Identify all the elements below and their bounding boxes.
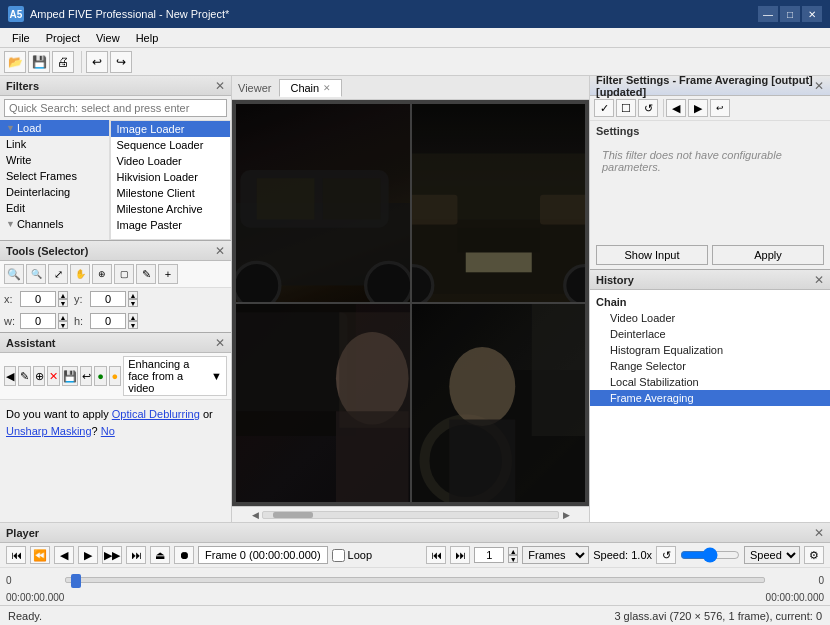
assistant-add-btn[interactable]: ⊕: [33, 366, 45, 386]
filter-cat-write[interactable]: Write: [0, 152, 109, 168]
player-eject[interactable]: ⏏: [150, 546, 170, 564]
filter-cat-deinterlacing[interactable]: Deinterlacing: [0, 184, 109, 200]
menu-view[interactable]: View: [88, 30, 128, 46]
toolbar-print[interactable]: 🖨: [52, 51, 74, 73]
viewer-tab-chain[interactable]: Chain ✕: [279, 79, 342, 97]
assistant-delete-btn[interactable]: ✕: [47, 366, 59, 386]
filter-item-video-loader[interactable]: Video Loader: [111, 153, 230, 169]
player-first-frame[interactable]: ⏮: [6, 546, 26, 564]
player-settings[interactable]: ⚙: [804, 546, 824, 564]
tool-pan[interactable]: ✋: [70, 264, 90, 284]
assistant-ok-btn[interactable]: ●: [94, 366, 106, 386]
scroll-thumb[interactable]: [273, 512, 313, 518]
fs-btn-next[interactable]: ▶: [688, 99, 708, 117]
coord-x-down[interactable]: ▼: [58, 299, 68, 307]
frames-spin-down[interactable]: ▼: [508, 555, 518, 563]
tool-zoom-in[interactable]: 🔍: [4, 264, 24, 284]
assistant-warn-btn[interactable]: ●: [109, 366, 121, 386]
toolbar-undo[interactable]: ↩: [86, 51, 108, 73]
filters-close-button[interactable]: ✕: [215, 79, 225, 93]
coord-y-up[interactable]: ▲: [128, 291, 138, 299]
timeline-playhead[interactable]: [71, 574, 81, 588]
coord-w-input[interactable]: [20, 313, 56, 329]
coord-x-input[interactable]: [20, 291, 56, 307]
filters-search-input[interactable]: [4, 99, 227, 117]
player-refresh[interactable]: ↺: [656, 546, 676, 564]
player-next-nav[interactable]: ⏭: [450, 546, 470, 564]
fs-btn-refresh[interactable]: ↺: [638, 99, 658, 117]
menu-help[interactable]: Help: [128, 30, 167, 46]
loop-checkbox-label[interactable]: Loop: [332, 549, 372, 562]
filter-settings-close-button[interactable]: ✕: [814, 79, 824, 93]
tool-fit[interactable]: ⤢: [48, 264, 68, 284]
player-step-fwd[interactable]: ▶▶: [102, 546, 122, 564]
fs-btn-prev[interactable]: ◀: [666, 99, 686, 117]
filter-item-image-paster[interactable]: Image Paster: [111, 217, 230, 233]
toolbar-redo[interactable]: ↪: [110, 51, 132, 73]
menu-file[interactable]: File: [4, 30, 38, 46]
history-item-range-selector[interactable]: Range Selector: [590, 358, 830, 374]
tools-close-button[interactable]: ✕: [215, 244, 225, 258]
fs-btn-back[interactable]: ↩: [710, 99, 730, 117]
player-frames-select[interactable]: Frames Seconds: [522, 546, 589, 564]
filter-item-sequence-loader[interactable]: Sequence Loader: [111, 137, 230, 153]
assistant-link-no[interactable]: No: [101, 425, 115, 437]
tool-crosshair[interactable]: ⊕: [92, 264, 112, 284]
filter-item-milestone-archive[interactable]: Milestone Archive: [111, 201, 230, 217]
maximize-button[interactable]: □: [780, 6, 800, 22]
close-button[interactable]: ✕: [802, 6, 822, 22]
assistant-edit-btn[interactable]: ✎: [18, 366, 30, 386]
tool-draw[interactable]: ✎: [136, 264, 156, 284]
tool-zoom-out[interactable]: 🔍: [26, 264, 46, 284]
history-item-local-stabilization[interactable]: Local Stabilization: [590, 374, 830, 390]
timeline-track[interactable]: [65, 577, 765, 583]
player-play[interactable]: ▶: [78, 546, 98, 564]
filter-cat-edit[interactable]: Edit: [0, 200, 109, 216]
fs-btn-uncheck[interactable]: ☐: [616, 99, 636, 117]
coord-w-up[interactable]: ▲: [58, 313, 68, 321]
assistant-save-btn[interactable]: 💾: [62, 366, 78, 386]
history-close-button[interactable]: ✕: [814, 273, 824, 287]
assistant-mode-selector[interactable]: Enhancing a face from a video ▼: [123, 356, 227, 396]
history-item-deinterlace[interactable]: Deinterlace: [590, 326, 830, 342]
filter-cat-load[interactable]: ▼ Load: [0, 120, 109, 136]
filter-cat-select-frames[interactable]: Select Frames: [0, 168, 109, 184]
coord-h-up[interactable]: ▲: [128, 313, 138, 321]
filter-item-hikvision-loader[interactable]: Hikvision Loader: [111, 169, 230, 185]
assistant-back-btn[interactable]: ◀: [4, 366, 16, 386]
player-prev-nav[interactable]: ⏮: [426, 546, 446, 564]
tool-select[interactable]: ▢: [114, 264, 134, 284]
scroll-right-arrow[interactable]: ▶: [559, 510, 573, 520]
filter-cat-link[interactable]: Link: [0, 136, 109, 152]
scroll-left-arrow[interactable]: ◀: [248, 510, 262, 520]
player-prev-frame[interactable]: ⏪: [30, 546, 50, 564]
scroll-track[interactable]: [262, 511, 559, 519]
coord-y-down[interactable]: ▼: [128, 299, 138, 307]
assistant-close-button[interactable]: ✕: [215, 336, 225, 350]
history-item-frame-averaging[interactable]: Frame Averaging: [590, 390, 830, 406]
fs-btn-check[interactable]: ✓: [594, 99, 614, 117]
player-last-frame[interactable]: ⏭: [126, 546, 146, 564]
history-item-video-loader[interactable]: Video Loader: [590, 310, 830, 326]
coord-w-down[interactable]: ▼: [58, 321, 68, 329]
coord-h-down[interactable]: ▼: [128, 321, 138, 329]
player-close-button[interactable]: ✕: [814, 526, 824, 540]
assistant-undo-btn[interactable]: ↩: [80, 366, 92, 386]
player-speed-slider[interactable]: [680, 547, 740, 563]
show-input-button[interactable]: Show Input: [596, 245, 708, 265]
player-frames-input[interactable]: [474, 547, 504, 563]
player-speed-select[interactable]: Speed: [744, 546, 800, 564]
coord-y-input[interactable]: [90, 291, 126, 307]
minimize-button[interactable]: —: [758, 6, 778, 22]
filter-item-milestone-client[interactable]: Milestone Client: [111, 185, 230, 201]
loop-checkbox[interactable]: [332, 549, 345, 562]
toolbar-open[interactable]: 📂: [4, 51, 26, 73]
viewer-tab-close[interactable]: ✕: [323, 83, 331, 93]
coord-h-input[interactable]: [90, 313, 126, 329]
apply-button[interactable]: Apply: [712, 245, 824, 265]
toolbar-save[interactable]: 💾: [28, 51, 50, 73]
frames-spin-up[interactable]: ▲: [508, 547, 518, 555]
assistant-link-optical[interactable]: Optical Deblurring: [112, 408, 200, 420]
assistant-link-unsharp[interactable]: Unsharp Masking: [6, 425, 92, 437]
filter-item-image-loader[interactable]: Image Loader: [111, 121, 230, 137]
